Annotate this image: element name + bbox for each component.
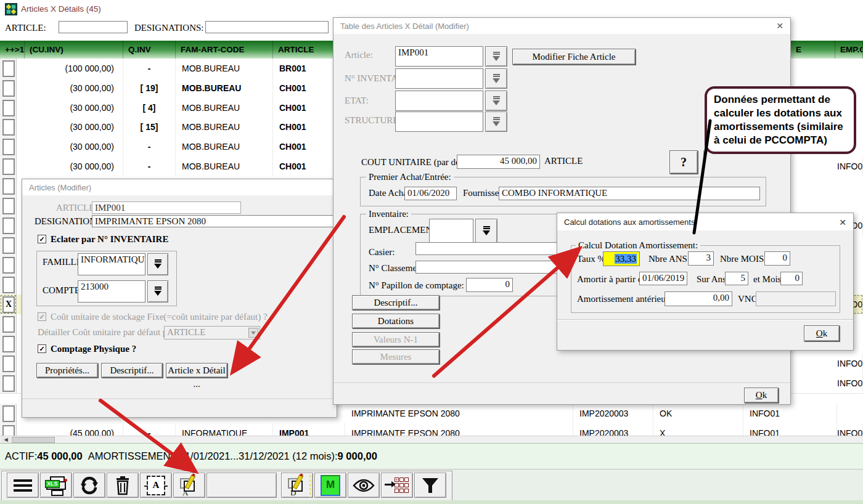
taux-field[interactable]: 33,33 <box>603 251 640 266</box>
m-icon: M <box>321 475 340 496</box>
column-header-cu_inv[interactable]: (CU.INV) <box>25 41 123 59</box>
et-mois-field[interactable]: 0 <box>780 272 803 285</box>
amortir-field[interactable]: 01/06/2019 <box>639 272 687 285</box>
edit-article-button[interactable]: A <box>173 473 205 498</box>
row-checkbox[interactable] <box>2 217 15 234</box>
detail-article-field[interactable]: IMP001 <box>395 46 483 67</box>
column-header-col_e[interactable]: E <box>791 41 835 59</box>
m-mode-button[interactable]: M <box>314 473 346 498</box>
help-button[interactable]: ? <box>669 150 698 174</box>
row-checkbox[interactable] <box>2 375 15 392</box>
article-dropdown-button[interactable] <box>485 46 507 67</box>
etat-field[interactable] <box>395 91 483 111</box>
designations-filter-input[interactable] <box>205 21 329 33</box>
calcul-dialog-titlebar[interactable]: Calcul dotations aux amortissements ✕ <box>557 213 853 230</box>
row-checkbox-cell <box>0 334 17 354</box>
row-checkbox[interactable] <box>2 80 15 97</box>
article-field[interactable]: IMP001 <box>92 201 241 214</box>
emplacement-dropdown-button[interactable] <box>475 219 497 243</box>
cout-fixe-checkbox[interactable]: ✓ <box>38 312 46 321</box>
inventaire-dropdown-button[interactable] <box>485 68 507 89</box>
nbre-ans-field[interactable]: 3 <box>688 251 714 266</box>
calcul-ok-button[interactable]: Ok <box>804 325 840 341</box>
article-x-detail-button[interactable]: Article x Détail ... <box>166 363 227 378</box>
select-article-button[interactable]: A <box>140 473 172 498</box>
structure-field[interactable] <box>395 112 483 132</box>
articles-dialog-titlebar[interactable]: Articles (Modifier) <box>22 179 337 195</box>
refresh-button[interactable] <box>73 473 105 498</box>
article-filter-input[interactable] <box>59 21 128 33</box>
row-checkbox[interactable] <box>2 139 15 155</box>
detail-dialog-titlebar[interactable]: Table des Articles X Détail (Modifier) ✕ <box>333 18 790 34</box>
emplacement-field[interactable] <box>429 219 473 243</box>
close-icon[interactable]: ✕ <box>774 20 785 31</box>
anterieure-field[interactable]: 0,00 <box>665 291 732 306</box>
row-checkbox[interactable] <box>2 425 15 436</box>
row-checkbox[interactable]: X <box>2 296 15 313</box>
column-header-emp_c[interactable]: EMP.C <box>835 41 863 59</box>
row-checkbox[interactable] <box>2 178 15 195</box>
detailler-combo[interactable]: ARTICLE <box>164 326 260 339</box>
structure-dropdown-button[interactable] <box>485 112 507 132</box>
mesures-button[interactable]: Mesures <box>352 349 440 364</box>
view-button[interactable] <box>348 473 380 498</box>
compte-field[interactable]: 213000 <box>78 280 145 303</box>
row-checkbox[interactable] <box>2 119 15 136</box>
descriptif-button[interactable]: Descriptif... <box>101 363 163 378</box>
row-checkbox[interactable] <box>2 100 15 116</box>
row-checkbox[interactable] <box>2 198 15 214</box>
row-checkbox[interactable] <box>2 336 15 352</box>
valeurs-n1-button[interactable]: Valeurs N-1 <box>352 332 440 347</box>
row-checkbox-cell <box>0 354 17 373</box>
column-header-q_inv[interactable]: Q.INV <box>123 41 176 59</box>
designation-field[interactable]: IMPRIMANTE EPSON 2080 <box>92 215 335 227</box>
comptage-checkbox[interactable]: ✓ <box>38 344 46 353</box>
etat-dropdown-button[interactable] <box>485 91 507 111</box>
table-row[interactable]: (45 000,00)-INFORMATIQUEIMP001IMPRIMANTE… <box>0 423 863 436</box>
row-checkbox[interactable] <box>2 158 15 175</box>
row-checkbox[interactable] <box>2 60 15 77</box>
actif-value: 45 000,00 <box>37 450 82 461</box>
detail-ok-button[interactable]: Ok <box>744 388 779 403</box>
detailler-label: Détailler Coût unitaire par défaut par: <box>38 327 177 338</box>
menu-button[interactable] <box>7 473 39 498</box>
row-checkbox-cell <box>0 156 17 176</box>
row-checkbox[interactable] <box>2 356 15 372</box>
goto-grid-button[interactable]: + <box>381 473 413 498</box>
proprietes-button[interactable]: Propriétés... <box>36 363 98 378</box>
column-header-sel[interactable]: ++>1 <box>0 41 25 59</box>
detail-descriptif-button[interactable]: Descriptif... <box>352 295 440 310</box>
fournisseur-field[interactable]: COMBO INFORMATIQUE <box>499 187 760 200</box>
row-checkbox[interactable] <box>2 405 15 422</box>
cout-unitaire-field[interactable]: 45 000,00 <box>457 155 540 169</box>
column-header-fam[interactable]: FAM-ART-CODE <box>176 41 273 59</box>
amortissement-label: AMORTISSEMENT <box>88 450 176 461</box>
row-checkbox[interactable] <box>2 257 15 274</box>
horizontal-scrollbar[interactable]: ◀ <box>0 436 863 443</box>
edit-detail-button[interactable]: D <box>281 473 313 498</box>
cell-q: - <box>123 156 176 176</box>
sur-ans-label: Sur Ans: <box>697 274 729 285</box>
row-checkbox[interactable] <box>2 237 15 254</box>
compte-dropdown-button[interactable] <box>147 280 168 303</box>
famille-dropdown-button[interactable] <box>147 253 168 275</box>
scrollbar-thumb[interactable] <box>12 437 55 443</box>
scroll-left-button[interactable]: ◀ <box>1 437 10 443</box>
famille-field[interactable]: INFORMATIQUE <box>78 253 145 275</box>
modifier-fiche-button[interactable]: Modifier Fiche Article <box>512 49 636 65</box>
inventaire-field[interactable] <box>395 68 483 89</box>
row-checkbox[interactable] <box>2 277 15 293</box>
row-checkbox-cell <box>0 78 17 98</box>
date-achat-field[interactable]: 01/06/2020 <box>404 187 457 200</box>
vnc-field[interactable] <box>756 291 836 306</box>
sur-ans-field[interactable]: 5 <box>725 272 748 285</box>
filter-button[interactable] <box>414 473 446 498</box>
print-export-xls-button[interactable]: XLS <box>40 473 72 498</box>
delete-button[interactable] <box>107 473 139 498</box>
row-checkbox[interactable] <box>2 316 15 333</box>
eclater-checkbox[interactable]: ✓ <box>38 235 46 243</box>
papillon-field[interactable]: 0 <box>466 278 513 292</box>
dotations-button[interactable]: Dotations <box>352 314 440 328</box>
close-icon[interactable]: ✕ <box>837 217 848 228</box>
nbre-mois-field[interactable]: 0 <box>764 251 790 266</box>
